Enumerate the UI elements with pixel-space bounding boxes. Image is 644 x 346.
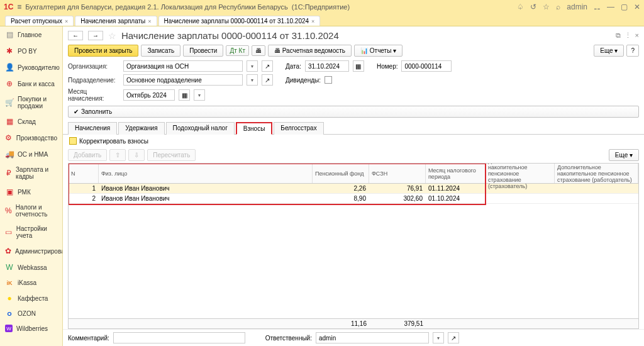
titlebar: 1C ≡ Бухгалтерия для Беларуси, редакция … xyxy=(0,0,644,14)
post-and-close-button[interactable]: Провести и закрыть xyxy=(68,45,138,57)
sidebar-item-sales[interactable]: 🛒Покупки и продажи xyxy=(0,92,62,113)
tab-accruals[interactable]: Начисления xyxy=(68,122,117,135)
app-title: Бухгалтерия для Беларуси, редакция 2.1. … xyxy=(25,3,350,11)
popup-icon[interactable]: ⧉ xyxy=(616,31,621,40)
close-icon[interactable]: × xyxy=(148,18,151,25)
up-button: ⇧ xyxy=(109,149,126,161)
sidebar-item-assets[interactable]: 🚚ОС и НМА xyxy=(0,146,62,162)
close-icon[interactable]: × xyxy=(311,18,314,25)
correct-checkbox[interactable] xyxy=(69,137,77,145)
dropdown-icon[interactable]: ▾ xyxy=(247,74,258,86)
org-field[interactable]: Организация на ОСН xyxy=(123,60,243,72)
table-row[interactable]: 1 Иванов Иван Иванович 2,26 76,91 01.11.… xyxy=(69,184,638,194)
open-icon[interactable]: ↗ xyxy=(262,60,273,72)
tab-deductions[interactable]: Удержания xyxy=(118,122,164,135)
table-row[interactable]: 2 Иванов Иван Иванович 8,90 302,60 01.10… xyxy=(69,194,638,204)
date-label: Дата: xyxy=(286,63,301,70)
menu-icon[interactable]: ≡ xyxy=(17,3,21,11)
sidebar-item-webkassa[interactable]: WWebkassa xyxy=(0,259,62,276)
add-button: Добавить xyxy=(68,149,107,161)
sidebar-item-rmk[interactable]: ▣РМК xyxy=(0,184,62,200)
post-button[interactable]: Провести xyxy=(183,45,223,57)
dept-label: Подразделение: xyxy=(68,77,119,84)
sidebar-item-poby[interactable]: ✱PO BY xyxy=(0,43,62,59)
favorites-icon[interactable]: ☆ xyxy=(543,3,550,11)
close-doc-icon[interactable]: × xyxy=(635,31,639,40)
calendar-icon[interactable]: ▦ xyxy=(179,89,190,101)
notifications-icon[interactable]: ♤ xyxy=(517,3,524,11)
settings-icon[interactable]: ⚋ xyxy=(594,3,601,11)
more-button[interactable]: Еще ▾ xyxy=(594,45,624,57)
sidebar-item-kaffesta[interactable]: ●Каффеста xyxy=(0,290,62,306)
sidebar-item-wildberries[interactable]: WWildberries xyxy=(0,321,62,336)
grid-totals: 11,16 379,51 xyxy=(69,318,638,328)
close-icon[interactable]: ✕ xyxy=(634,3,640,11)
reports-button[interactable]: 📊 Отчеты ▾ xyxy=(354,45,402,57)
options-icon[interactable]: ⋮ xyxy=(625,31,631,40)
number-label: Номер: xyxy=(377,63,398,70)
app-logo: 1C xyxy=(4,3,13,11)
sidebar-item-stock[interactable]: ▦Склад xyxy=(0,113,62,130)
save-button[interactable]: Записать xyxy=(141,45,180,57)
comment-field[interactable] xyxy=(113,332,245,343)
more-grid-button[interactable]: Еще ▾ xyxy=(609,149,639,161)
sidebar-item-production[interactable]: ⚙Производство xyxy=(0,130,62,146)
col-person[interactable]: Физ. лицо xyxy=(99,164,313,183)
user-name[interactable]: admin xyxy=(567,3,587,11)
col-extra1[interactable]: Дополнительное накопительное пенсионное … xyxy=(486,164,555,183)
sidebar-item-admin[interactable]: ✿Администрирование xyxy=(0,243,62,259)
sidebar-item-salary[interactable]: ₽Зарплата и кадры xyxy=(0,162,62,184)
help-button[interactable]: ? xyxy=(626,45,639,57)
date-field[interactable]: 31.10.2024 xyxy=(305,60,349,72)
col-extra2[interactable]: Дополнительное накопительное пенсионное … xyxy=(555,164,638,183)
sidebar-item-ikassa[interactable]: iKiKassa xyxy=(0,276,62,290)
fill-button[interactable]: ✔ Заполнить xyxy=(68,106,639,118)
maximize-icon[interactable]: ▢ xyxy=(621,3,628,11)
tab-income-tax[interactable]: Подоходный налог xyxy=(166,122,235,135)
print-button[interactable]: 🖶 xyxy=(252,45,265,56)
tab-accruals[interactable]: Начисления зарплаты× xyxy=(75,16,157,26)
dividends-checkbox[interactable] xyxy=(325,76,332,84)
dropdown-icon[interactable]: ▾ xyxy=(194,89,205,101)
sub-tabs: Начисления Удержания Подоходный налог Вз… xyxy=(63,121,644,135)
month-label: Месяц начисления: xyxy=(68,88,119,102)
close-icon[interactable]: × xyxy=(65,18,68,25)
col-fszn[interactable]: ФСЗН xyxy=(369,164,426,183)
col-pf[interactable]: Пенсионный фонд xyxy=(313,164,369,183)
sidebar-item-ozon[interactable]: OOZON xyxy=(0,306,62,321)
down-button: ⇩ xyxy=(128,149,145,161)
payroll-button[interactable]: 🖶 Расчетная ведомость xyxy=(268,45,352,57)
sidebar-item-tax[interactable]: %Налоги и отчетность xyxy=(0,200,62,221)
correct-label: Корректировать взносы xyxy=(79,138,148,145)
open-icon[interactable]: ↗ xyxy=(262,74,273,86)
sidebar-item-main[interactable]: ▤Главное xyxy=(0,26,62,43)
open-icon[interactable]: ↗ xyxy=(448,332,459,343)
tab-document[interactable]: Начисление зарплаты 0000-000114 от 31.10… xyxy=(158,16,321,26)
back-button[interactable]: ← xyxy=(68,31,83,40)
dividends-label: Дивиденды: xyxy=(286,77,321,84)
sidebar-item-manager[interactable]: 👤Руководителю xyxy=(0,59,62,75)
forward-button[interactable]: → xyxy=(88,31,103,40)
sidebar-item-settings[interactable]: ▭Настройки учета xyxy=(0,221,62,243)
sidebar-item-bank[interactable]: ⊕Банк и касса xyxy=(0,75,62,92)
minimize-icon[interactable]: — xyxy=(607,3,614,11)
month-field[interactable]: Октябрь 2024 xyxy=(123,89,175,101)
tab-vacation[interactable]: Расчет отпускных× xyxy=(5,16,74,26)
tab-belgosstrakh[interactable]: Белгосстрах xyxy=(274,122,323,135)
search-icon[interactable]: ⌕ xyxy=(556,3,560,11)
dept-field[interactable]: Основное подразделение xyxy=(123,74,243,86)
dropdown-icon[interactable]: ▾ xyxy=(247,60,258,72)
col-period[interactable]: Месяц налогового периода xyxy=(426,164,486,183)
tab-contributions[interactable]: Взносы xyxy=(236,122,273,135)
dt-dk-button[interactable]: Дт Кт xyxy=(226,45,249,56)
grid[interactable]: N Физ. лицо Пенсионный фонд ФСЗН Месяц н… xyxy=(68,163,639,329)
history-icon[interactable]: ↺ xyxy=(530,3,536,11)
col-n[interactable]: N xyxy=(69,164,99,183)
favorite-icon[interactable]: ☆ xyxy=(108,31,116,41)
calendar-icon[interactable]: ▦ xyxy=(353,60,364,72)
dropdown-icon[interactable]: ▾ xyxy=(433,332,444,343)
responsible-label: Ответственный: xyxy=(265,335,312,342)
responsible-field[interactable]: admin xyxy=(316,332,429,343)
number-field[interactable]: 0000-000114 xyxy=(401,60,452,72)
recalc-button: Пересчитать xyxy=(147,149,196,161)
